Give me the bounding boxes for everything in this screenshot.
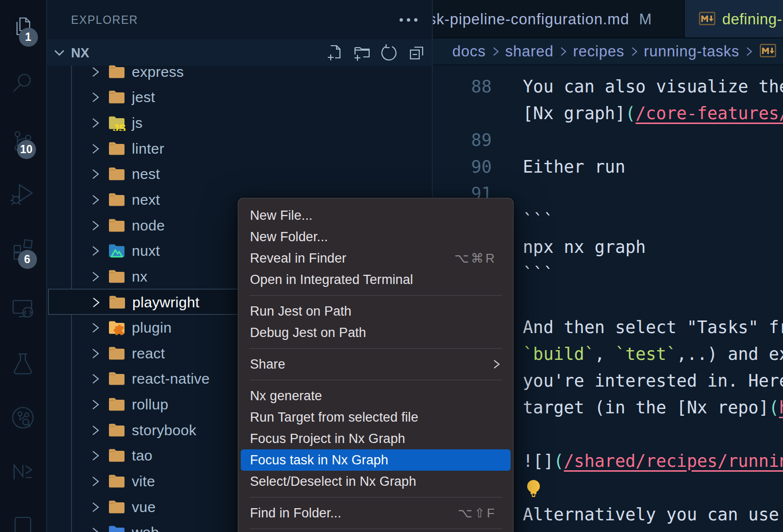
breadcrumb-recipes[interactable]: recipes — [573, 43, 624, 60]
menu-item-new-folder[interactable]: New Folder... — [241, 226, 511, 248]
menu-item-share[interactable]: Share — [241, 354, 511, 375]
activity-bar: 1106 — [0, 0, 46, 532]
tree-item-label: react — [132, 345, 165, 362]
code-segment: `test` — [615, 344, 676, 364]
menu-item-label: Focus task in Nx Graph — [250, 453, 388, 468]
code-text: you're interested in. Here — [523, 368, 783, 394]
menu-item-nx-generate[interactable]: Nx generate — [241, 385, 511, 407]
breadcrumb-docs[interactable]: docs — [452, 43, 486, 60]
nx-console-icon — [9, 458, 36, 485]
chevron-right-icon — [89, 347, 102, 360]
breadcrumb-separator-icon — [629, 46, 640, 57]
menu-item-debug-jest-on-path[interactable]: Debug Jest on Path — [241, 322, 511, 343]
badge: 6 — [18, 250, 37, 269]
more-actions-icon[interactable] — [397, 12, 420, 28]
folder-icon — [108, 268, 125, 284]
menu-item-new-file[interactable]: New File... — [241, 205, 511, 226]
activity-item-explorer[interactable]: 1 — [0, 3, 46, 50]
chevron-right-icon — [89, 168, 102, 180]
tree-item-label: next — [132, 192, 160, 208]
markdown-icon — [699, 12, 715, 27]
activity-item-nx-project-graph[interactable] — [0, 394, 46, 441]
menu-item-label: Find in Folder... — [250, 506, 341, 521]
menu-item-run-jest-on-path[interactable]: Run Jest on Path — [241, 301, 511, 322]
menu-separator — [238, 375, 513, 385]
menu-item-find-in-folder[interactable]: Find in Folder...⌥⇧F — [241, 502, 511, 524]
menu-item-run-target-from-selected-file[interactable]: Run Target from selected file — [241, 407, 511, 428]
testing-icon — [9, 350, 36, 377]
breadcrumb-separator-icon — [558, 46, 569, 57]
code-segment: `build` — [523, 344, 595, 364]
chevron-right-icon — [89, 424, 102, 437]
activity-item-extensions[interactable]: 6 — [0, 227, 46, 273]
breadcrumbs: docssharedrecipesrunning-tasks — [433, 38, 783, 65]
tree-item-label: nx — [132, 268, 147, 285]
tree-item-label: jest — [132, 89, 155, 106]
folder-icon — [108, 345, 125, 361]
code-segment: npx nx graph — [523, 237, 646, 257]
code-text: Either run — [523, 154, 625, 180]
code-segment: /shared/recipes/runnin — [564, 451, 783, 471]
line-number: 90 — [433, 154, 492, 180]
chevron-right-icon — [89, 142, 102, 155]
tree-item-jest[interactable]: jest — [48, 84, 431, 110]
code-segment: [Nx graph] — [523, 104, 625, 123]
code-text: [Nx graph](/core-features/i — [523, 100, 783, 127]
svg-text:JS: JS — [113, 122, 125, 131]
nx-project-graph-icon — [9, 404, 36, 431]
tree-item-linter[interactable]: linter — [48, 136, 431, 161]
chevron-right-icon — [89, 91, 102, 104]
activity-item-remote-explorer[interactable] — [0, 285, 46, 332]
activity-item-source-control[interactable]: 10 — [0, 118, 46, 165]
breadcrumb-separator-icon — [744, 46, 754, 57]
line-number: 89 — [433, 127, 492, 154]
folder-icon — [108, 396, 125, 412]
activity-item-search[interactable] — [0, 59, 46, 106]
activity-item-run-and-debug[interactable] — [0, 171, 46, 217]
menu-item-label: Share — [250, 357, 285, 372]
breadcrumb-shared[interactable]: shared — [505, 43, 554, 60]
code-segment: ,..) and ex — [676, 344, 783, 364]
tree-item-label: playwright — [132, 294, 199, 311]
chevron-right-icon — [89, 372, 102, 385]
code-segment: ( — [553, 451, 564, 471]
code-segment: ( — [625, 104, 636, 123]
menu-item-open-in-integrated-terminal[interactable]: Open in Integrated Terminal — [241, 269, 511, 290]
menu-item-focus-task-in-nx-graph[interactable]: Focus task in Nx Graph — [241, 449, 511, 471]
tree-item-label: web — [132, 524, 159, 532]
code-segment: Alternatively you can use t — [523, 505, 783, 524]
breadcrumb-running-tasks[interactable]: running-tasks — [644, 43, 740, 60]
code-segment: you're interested in. Here — [523, 371, 783, 390]
chevron-right-icon — [89, 219, 102, 232]
line-number: 88 — [433, 73, 492, 100]
menu-item-focus-project-in-nx-graph[interactable]: Focus Project in Nx Graph — [241, 428, 511, 449]
menu-item-select-deselect-in-nx-graph[interactable]: Select/Deselect in Nx Graph — [241, 471, 511, 492]
tab-task-pipeline-configuration[interactable]: sk-pipeline-configuration.md M — [433, 0, 684, 37]
vscode-window: 1106 EXPLORER NX expressjestJSjslinterne… — [0, 0, 783, 532]
activity-item-bottom-panel[interactable] — [0, 503, 46, 532]
menu-separator — [238, 492, 513, 502]
folder-icon — [108, 64, 125, 80]
folder-nuxt-icon — [108, 243, 125, 259]
tab-bar: sk-pipeline-configuration.md M defining- — [433, 0, 783, 38]
menu-item-reveal-in-finder[interactable]: Reveal in Finder⌥⌘R — [241, 248, 511, 269]
code-text: target (in the [Nx repo](h — [523, 394, 783, 421]
menu-separator — [238, 524, 513, 532]
lightbulb-icon[interactable] — [525, 479, 542, 497]
activity-item-testing[interactable] — [0, 340, 46, 387]
chevron-right-icon — [89, 66, 102, 78]
chevron-down-icon — [53, 46, 66, 59]
tab-defining[interactable]: defining- — [684, 0, 783, 37]
menu-separator — [238, 290, 513, 301]
chevron-right-icon — [89, 526, 102, 532]
tree-item-label: nuxt — [132, 243, 160, 259]
folder-icon — [108, 217, 125, 233]
tree-item-express[interactable]: express — [48, 59, 431, 85]
folder-icon — [108, 141, 125, 157]
tree-item-nest[interactable]: nest — [48, 161, 431, 187]
folder-icon — [108, 473, 125, 489]
tree-item-js[interactable]: JSjs — [48, 110, 431, 136]
code-line: 89 — [433, 127, 783, 154]
activity-item-nx-console[interactable] — [0, 448, 46, 495]
tree-item-label: node — [132, 217, 165, 234]
